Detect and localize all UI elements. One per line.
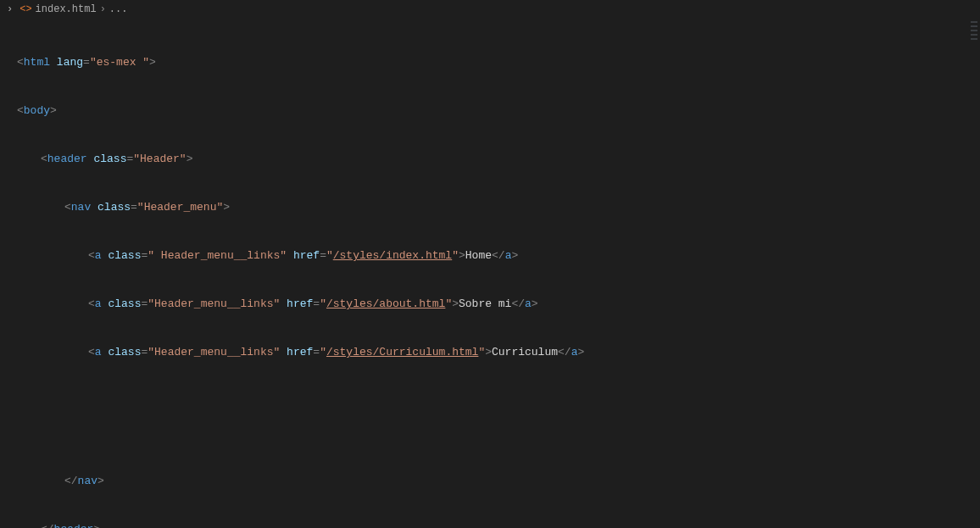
code-line[interactable]: <a class=" Header_menu__links" href="/st… <box>17 247 980 264</box>
html-file-icon: <> <box>19 3 31 15</box>
code-line[interactable]: <a class="Header_menu__links" href="/sty… <box>17 344 980 360</box>
code-line[interactable]: <html lang="es-mex "> <box>17 54 980 70</box>
breadcrumb-sep: › <box>100 3 106 15</box>
code-line[interactable]: </header> <box>17 521 980 528</box>
code-line[interactable]: <body> <box>17 103 980 119</box>
code-line[interactable]: </nav> <box>17 473 980 489</box>
code-editor[interactable]: <html lang="es-mex "> <body> <header cla… <box>0 19 980 528</box>
breadcrumb-file[interactable]: index.html <box>36 3 97 15</box>
breadcrumb-dots[interactable]: ... <box>109 3 128 15</box>
code-line[interactable]: <nav class="Header_menu"> <box>17 199 980 215</box>
minimap[interactable] <box>968 19 980 528</box>
code-line[interactable]: <a class="Header_menu__links" href="/sty… <box>17 296 980 312</box>
breadcrumb[interactable]: › <> index.html › ... <box>0 0 980 19</box>
code-line[interactable]: <header class="Header"> <box>17 151 980 167</box>
breadcrumb-sep: › <box>7 3 13 15</box>
code-line[interactable] <box>17 425 980 441</box>
code-line[interactable] <box>17 392 980 409</box>
